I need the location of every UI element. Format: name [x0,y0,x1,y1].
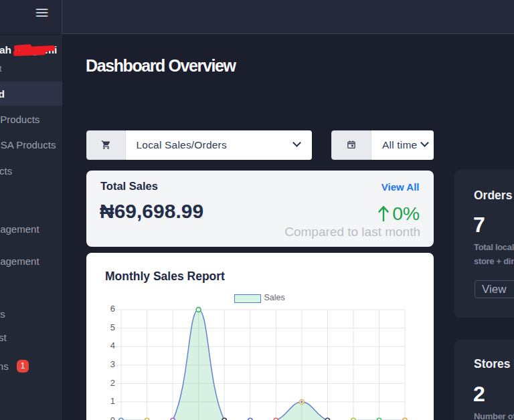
svg-text:6: 6 [110,304,115,314]
svg-text:0: 0 [110,415,115,420]
svg-text:3: 3 [110,359,115,369]
svg-text:1: 1 [110,396,115,406]
svg-text:2: 2 [110,378,115,388]
svg-text:5: 5 [110,322,115,332]
svg-text:4: 4 [110,340,115,350]
